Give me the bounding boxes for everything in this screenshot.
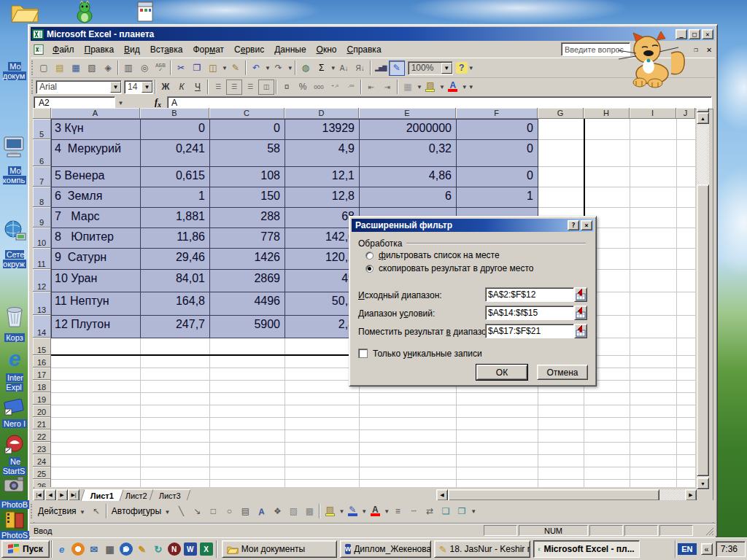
- cell-a13[interactable]: 11 Нептун: [52, 292, 141, 316]
- column-header-j[interactable]: J: [676, 108, 695, 119]
- arrow-style-icon[interactable]: ⇄: [422, 504, 438, 519]
- column-header-a[interactable]: A: [51, 108, 140, 119]
- cell-d7[interactable]: 12,1: [285, 167, 360, 187]
- currency-icon[interactable]: ¤: [279, 79, 295, 95]
- zoom-combo[interactable]: 100%▼: [408, 61, 453, 75]
- close-button[interactable]: ✕: [702, 29, 713, 39]
- tab-sheet3[interactable]: Лист3: [150, 489, 191, 501]
- cell-e5[interactable]: 2000000: [360, 120, 457, 140]
- quicklaunch-word-icon[interactable]: W: [184, 542, 197, 556]
- desktop-label-recycle-bin[interactable]: Корз: [0, 333, 29, 343]
- desktop-icon-photostudio[interactable]: [0, 510, 29, 532]
- row-header[interactable]: 18: [33, 380, 51, 392]
- quicklaunch-wmp-icon[interactable]: ▶: [120, 542, 133, 556]
- quicklaunch-sync-icon[interactable]: ↻: [152, 542, 165, 556]
- font-color-dropdown[interactable]: ▼: [462, 84, 468, 90]
- font-color-icon[interactable]: А: [445, 79, 461, 95]
- font-name-dropdown[interactable]: ▼: [110, 82, 121, 93]
- destination-range-picker-icon[interactable]: [574, 324, 587, 338]
- row-header[interactable]: 24: [33, 454, 51, 467]
- diagram-icon[interactable]: ❖: [269, 504, 285, 519]
- select-objects-icon[interactable]: ↖: [88, 504, 104, 519]
- desktop-label-my-documents[interactable]: Мо докум: [0, 62, 29, 81]
- row-header[interactable]: 14: [33, 315, 51, 338]
- font-size-combo[interactable]: 14▼: [124, 80, 153, 94]
- menu-file[interactable]: Файл: [47, 42, 80, 57]
- last-sheet-icon[interactable]: ▶|: [68, 489, 80, 501]
- cell-b8[interactable]: 1: [141, 187, 210, 208]
- menu-format[interactable]: Формат: [187, 42, 229, 57]
- row-header[interactable]: 19: [33, 392, 51, 405]
- hyperlink-icon[interactable]: ◍: [298, 61, 314, 76]
- row-header[interactable]: 26: [33, 479, 51, 487]
- cell-b10[interactable]: 11,86: [141, 228, 210, 249]
- fill-color-icon[interactable]: ▨: [422, 79, 438, 95]
- cell-c13[interactable]: 4496: [210, 292, 285, 316]
- quicklaunch-mediaplayer-icon[interactable]: [71, 542, 85, 556]
- dialog-close-icon[interactable]: ×: [581, 220, 592, 230]
- desktop-icon-nero-startsmart[interactable]: [0, 435, 29, 458]
- desktop-icon-document[interactable]: [131, 1, 160, 26]
- unique-records-checkbox[interactable]: [358, 349, 368, 358]
- desktop-icon-dragon[interactable]: [70, 0, 99, 26]
- undo-icon[interactable]: ↶: [248, 61, 264, 76]
- cell-b6[interactable]: 0,241: [141, 140, 210, 167]
- quicklaunch-excel-icon[interactable]: X: [200, 542, 213, 556]
- row-header[interactable]: 9: [33, 207, 51, 228]
- toolbar-handle[interactable]: [31, 79, 34, 94]
- radio-copy-to[interactable]: [365, 265, 374, 273]
- unique-records-label[interactable]: Только уникальные записи: [373, 349, 482, 359]
- cell-f8[interactable]: 1: [457, 187, 538, 208]
- task-my-documents[interactable]: Мои документы: [222, 540, 337, 558]
- print-icon[interactable]: ▥: [120, 61, 136, 76]
- source-range-picker-icon[interactable]: [574, 287, 587, 302]
- row-header[interactable]: 21: [33, 417, 51, 429]
- cell-c6[interactable]: 58: [210, 140, 285, 167]
- cell-a12[interactable]: 10 Уран: [52, 270, 141, 292]
- source-range-input[interactable]: $A$2:$F$12: [485, 287, 574, 302]
- destination-range-input[interactable]: $A$17:$F$21: [485, 324, 574, 338]
- cell-e8[interactable]: 6: [360, 187, 457, 208]
- prev-sheet-icon[interactable]: ◀: [44, 489, 56, 501]
- fill-color-dropdown[interactable]: ▼: [439, 84, 445, 90]
- row-header[interactable]: 17: [33, 368, 51, 380]
- column-header-e[interactable]: E: [359, 108, 456, 119]
- menu-tools[interactable]: Сервис: [229, 42, 269, 57]
- menu-edit[interactable]: Правка: [80, 42, 120, 57]
- scroll-thumb[interactable]: [697, 184, 709, 476]
- decrease-indent-icon[interactable]: ⇤: [363, 79, 379, 95]
- desktop-label-photobase[interactable]: PhotoB: [0, 500, 29, 510]
- radio-copy-to-label[interactable]: скопировать результат в другое место: [379, 263, 533, 273]
- desktop-icon-recycle-bin[interactable]: [0, 303, 29, 332]
- desktop-label-internet-explorer[interactable]: Inter Expl: [0, 373, 29, 392]
- column-header-i[interactable]: I: [630, 108, 676, 119]
- quicklaunch-calculator-icon[interactable]: ▦: [104, 542, 117, 556]
- task-jasnur[interactable]: ✎ 18. JasNur - Keshir me...: [434, 540, 530, 558]
- draw-actions-menu[interactable]: Действия ▼: [35, 505, 88, 518]
- wordart-icon[interactable]: А: [252, 502, 271, 520]
- select-all-corner[interactable]: [33, 108, 51, 119]
- column-header-f[interactable]: F: [456, 108, 538, 119]
- decrease-decimal-icon[interactable]: ·⁰⁰: [343, 79, 359, 95]
- quicklaunch-netscape-icon[interactable]: N: [168, 542, 181, 556]
- row-header[interactable]: 6: [33, 139, 51, 166]
- sort-ascending-icon[interactable]: А↓: [336, 61, 352, 76]
- cell-a5[interactable]: 3 Күн: [52, 120, 141, 140]
- cell-a10[interactable]: 8 Юпитер: [52, 228, 141, 249]
- open-icon[interactable]: ▤: [52, 61, 68, 76]
- next-sheet-icon[interactable]: ▶: [56, 489, 68, 501]
- criteria-range-picker-icon[interactable]: [574, 306, 587, 320]
- quicklaunch-ie-icon[interactable]: e: [55, 542, 69, 556]
- draw-font-color-dropdown[interactable]: ▼: [384, 508, 390, 515]
- menu-view[interactable]: Вид: [119, 42, 145, 57]
- hscroll-thumb[interactable]: [448, 489, 659, 501]
- dialog-help-icon[interactable]: ?: [568, 220, 579, 230]
- dialog-title-bar[interactable]: Расширенный фильтр ? ×: [352, 219, 594, 232]
- print-preview-icon[interactable]: ◎: [136, 61, 152, 76]
- menu-help[interactable]: Справка: [341, 42, 386, 57]
- restore-workbook-button[interactable]: ❐: [690, 44, 702, 55]
- row-header[interactable]: 12: [33, 269, 51, 292]
- row-header[interactable]: 11: [33, 248, 51, 269]
- cell-b14[interactable]: 247,7: [141, 316, 210, 338]
- desktop-label-network[interactable]: Сете окруж: [0, 250, 29, 269]
